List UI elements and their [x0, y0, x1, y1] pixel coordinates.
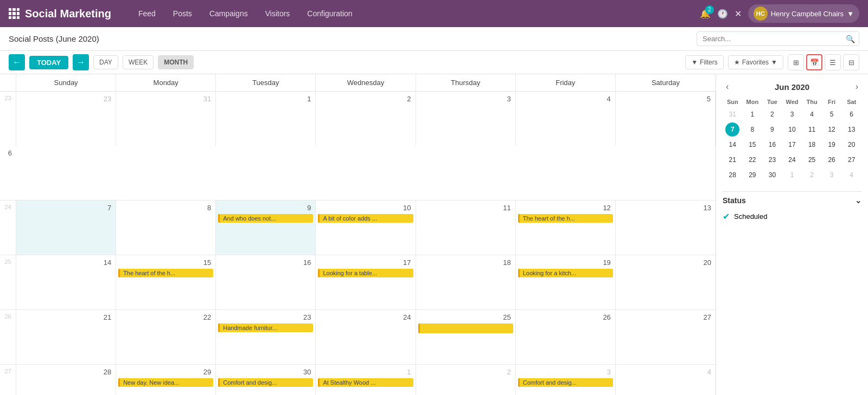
mini-day[interactable]: 4 — [805, 107, 819, 121]
calendar-cell[interactable]: 3Comfort and desig... — [516, 365, 616, 395]
menu-campaigns[interactable]: Campaigns — [206, 7, 251, 20]
today-button[interactable]: TODAY — [29, 56, 68, 69]
mini-day[interactable]: 18 — [805, 138, 819, 152]
mini-prev-button[interactable]: ‹ — [723, 81, 732, 93]
calendar-cell[interactable]: 2 — [416, 365, 516, 395]
event-pill[interactable]: Comfort and desig... — [518, 378, 613, 387]
event-pill[interactable]: At Stealthy Wood ... — [318, 378, 413, 387]
mini-day[interactable]: 10 — [785, 122, 799, 137]
calendar-cell[interactable]: 21 — [16, 310, 116, 364]
mini-day[interactable]: 16 — [765, 138, 779, 152]
mini-next-button[interactable]: › — [852, 81, 861, 93]
calendar-cell[interactable]: 12The heart of the h... — [516, 200, 616, 255]
calendar-cell[interactable]: 27 — [616, 310, 716, 364]
event-pill[interactable]: Comfort and desig... — [218, 378, 313, 387]
calendar-cell[interactable]: 4 — [516, 92, 616, 146]
clock-icon[interactable]: 🕐 — [717, 9, 728, 19]
status-toggle[interactable]: Status ⌄ — [723, 191, 861, 209]
mini-day[interactable]: 20 — [845, 138, 859, 152]
mini-day[interactable]: 1 — [745, 107, 760, 121]
week-view-button[interactable]: WEEK — [123, 55, 154, 69]
close-icon[interactable]: ✕ — [735, 9, 742, 19]
mini-day[interactable]: 1 — [785, 168, 799, 182]
mini-day[interactable]: 14 — [725, 138, 739, 152]
grid-view-icon[interactable]: ⊞ — [788, 54, 804, 70]
mini-day[interactable]: 26 — [825, 153, 839, 167]
event-pill[interactable]: The heart of the h... — [118, 269, 213, 277]
calendar-cell[interactable]: 4 — [616, 365, 716, 395]
calendar-cell[interactable]: 1At Stealthy Wood ... — [316, 365, 416, 395]
mini-day[interactable]: 13 — [845, 122, 859, 137]
month-view-button[interactable]: MONTH — [158, 55, 194, 69]
user-menu[interactable]: HC Henry Campbell Chairs ▼ — [748, 4, 859, 23]
mini-day[interactable]: 7 — [725, 122, 739, 137]
mini-day[interactable]: 8 — [745, 122, 760, 137]
mini-day[interactable]: 21 — [725, 153, 739, 167]
calendar-cell[interactable]: 22 — [116, 310, 216, 364]
mini-day[interactable]: 3 — [825, 168, 839, 182]
calendar-cell[interactable]: 10A bit of color adds ... — [316, 200, 416, 255]
notification-bell[interactable]: 🔔 2 — [700, 9, 711, 19]
calendar-cell[interactable]: 3 — [416, 92, 516, 146]
calendar-cell[interactable]: 16 — [216, 255, 316, 309]
calendar-cell[interactable]: 29New day. New idea... — [116, 365, 216, 395]
calendar-cell[interactable]: 2 — [316, 92, 416, 146]
calendar-cell[interactable]: 20 — [616, 255, 716, 309]
calendar-cell[interactable]: 31 — [116, 92, 216, 146]
list-view-icon[interactable]: ☰ — [825, 54, 841, 70]
event-pill[interactable]: Handmade furnitur... — [218, 323, 313, 332]
mini-day[interactable]: 15 — [745, 138, 760, 152]
event-pill[interactable] — [418, 323, 513, 333]
mini-day[interactable]: 29 — [745, 168, 760, 182]
mini-day[interactable]: 23 — [765, 153, 779, 167]
day-view-button[interactable]: DAY — [93, 55, 118, 69]
mini-day[interactable]: 4 — [845, 168, 859, 182]
calendar-cell[interactable]: 23 — [16, 92, 116, 146]
calendar-cell[interactable]: 18 — [416, 255, 516, 309]
calendar-view-icon[interactable]: 📅 — [806, 54, 822, 70]
calendar-cell[interactable]: 26 — [516, 310, 616, 364]
calendar-cell[interactable]: 5 — [616, 92, 716, 146]
mini-day[interactable]: 5 — [825, 107, 839, 121]
calendar-cell[interactable]: 17Looking for a table... — [316, 255, 416, 309]
event-pill[interactable]: And who does not... — [218, 214, 313, 223]
calendar-cell[interactable]: 7 — [16, 200, 116, 255]
menu-configuration[interactable]: Configuration — [304, 7, 355, 20]
calendar-cell[interactable]: 24 — [316, 310, 416, 364]
grid-icon[interactable] — [9, 8, 20, 19]
calendar-cell[interactable]: 30Comfort and desig... — [216, 365, 316, 395]
mini-day[interactable]: 19 — [825, 138, 839, 152]
calendar-cell[interactable]: 15The heart of the h... — [116, 255, 216, 309]
calendar-cell[interactable]: 1 — [216, 92, 316, 146]
table-view-icon[interactable]: ⊟ — [843, 54, 859, 70]
menu-posts[interactable]: Posts — [170, 7, 195, 20]
event-pill[interactable]: A bit of color adds ... — [318, 214, 413, 223]
calendar-cell[interactable]: 9And who does not... — [216, 200, 316, 255]
mini-day[interactable]: 27 — [845, 153, 859, 167]
mini-day[interactable]: 2 — [765, 107, 779, 121]
calendar-cell[interactable]: 19Looking for a kitch... — [516, 255, 616, 309]
calendar-cell[interactable]: 8 — [116, 200, 216, 255]
mini-day[interactable]: 31 — [725, 107, 739, 121]
event-pill[interactable]: Looking for a kitch... — [518, 269, 613, 277]
search-input[interactable] — [697, 31, 859, 46]
mini-day[interactable]: 28 — [725, 168, 739, 182]
mini-day[interactable]: 9 — [765, 122, 779, 137]
menu-feed[interactable]: Feed — [135, 7, 159, 20]
event-pill[interactable]: Looking for a table... — [318, 269, 413, 277]
menu-visitors[interactable]: Visitors — [262, 7, 293, 20]
mini-day[interactable]: 25 — [805, 153, 819, 167]
favorites-button[interactable]: ★ Favorites ▼ — [728, 55, 783, 69]
calendar-cell[interactable]: 6 — [0, 146, 16, 200]
mini-day[interactable]: 6 — [845, 107, 859, 121]
mini-day[interactable]: 11 — [805, 122, 819, 137]
calendar-cell[interactable]: 14 — [16, 255, 116, 309]
calendar-cell[interactable]: 25 — [416, 310, 516, 364]
mini-day[interactable]: 12 — [825, 122, 839, 137]
event-pill[interactable]: New day. New idea... — [118, 378, 213, 387]
mini-day[interactable]: 30 — [765, 168, 779, 182]
event-pill[interactable]: The heart of the h... — [518, 214, 613, 223]
prev-button[interactable]: ← — [9, 54, 25, 70]
calendar-cell[interactable]: 11 — [416, 200, 516, 255]
next-button[interactable]: → — [73, 54, 89, 70]
